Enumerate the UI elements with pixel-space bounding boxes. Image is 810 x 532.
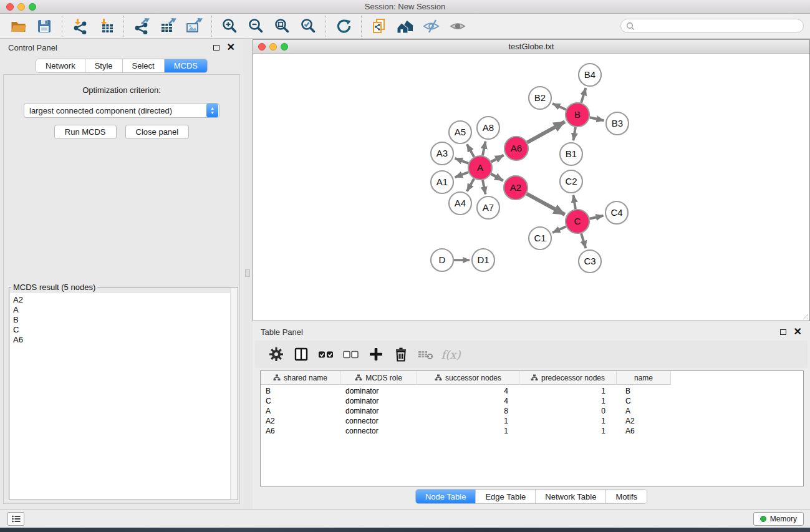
tab-select[interactable]: Select	[122, 59, 164, 72]
import-network-button[interactable]	[67, 16, 93, 37]
graph-edge-B-B4[interactable]	[581, 88, 586, 103]
memory-button[interactable]: Memory	[753, 512, 804, 526]
graph-node-D[interactable]: D	[431, 249, 453, 271]
tab-network-table[interactable]: Network Table	[535, 490, 605, 503]
graph-edge-A-A2[interactable]	[491, 174, 503, 181]
search-field[interactable]	[620, 19, 804, 33]
close-panel-icon[interactable]: ✕	[227, 44, 235, 51]
zoom-fit-button[interactable]	[269, 16, 295, 37]
minimize-window-icon[interactable]	[17, 3, 25, 11]
import-table-button[interactable]	[93, 16, 119, 37]
network-window-titlebar[interactable]: testGlobe.txt	[253, 40, 809, 54]
search-input[interactable]	[638, 20, 803, 32]
graph-node-A8[interactable]: A8	[477, 117, 499, 139]
graph-node-C4[interactable]: C4	[605, 201, 628, 224]
close-window-icon[interactable]	[6, 3, 14, 11]
graph-node-C3[interactable]: C3	[579, 250, 601, 273]
column-header-mcds-role[interactable]: MCDS role	[340, 371, 417, 385]
graph-edge-B-B1[interactable]	[573, 127, 576, 141]
graph-edge-A-A7[interactable]	[483, 180, 486, 195]
graph-node-A[interactable]: A	[468, 156, 492, 180]
run-mcds-button[interactable]: Run MCDS	[54, 125, 117, 139]
show-columns-button[interactable]	[314, 343, 339, 365]
graph-node-A4[interactable]: A4	[449, 192, 471, 215]
graph-edge-A-A5[interactable]	[467, 144, 474, 157]
table-row[interactable]: A6connector11A6	[261, 426, 803, 436]
zoom-in-button[interactable]	[216, 16, 243, 37]
table-row[interactable]: Cdominator41C	[261, 396, 803, 406]
split-divider[interactable]	[243, 39, 253, 510]
hide-selected-button[interactable]	[418, 16, 445, 37]
split-view-button[interactable]	[289, 343, 314, 365]
graph-node-B[interactable]: B	[566, 103, 589, 127]
zoom-selected-button[interactable]	[295, 16, 321, 37]
export-table-button[interactable]	[155, 16, 181, 37]
graph-edge-B-B2[interactable]	[552, 104, 566, 110]
save-session-button[interactable]	[31, 16, 57, 37]
delete-column-button[interactable]	[388, 343, 413, 365]
table-settings-button[interactable]	[264, 343, 289, 365]
tab-mcds[interactable]: MCDS	[164, 59, 207, 72]
mcds-result-item[interactable]: C	[10, 325, 237, 335]
mcds-result-item[interactable]: A2	[10, 295, 237, 305]
tab-network[interactable]: Network	[36, 59, 85, 72]
graph-node-A1[interactable]: A1	[431, 171, 453, 193]
duplicate-network-button[interactable]	[366, 16, 392, 37]
graph-edge-A-A6[interactable]	[491, 155, 504, 162]
mcds-result-item[interactable]: B	[10, 315, 237, 325]
graph-node-B2[interactable]: B2	[529, 87, 551, 109]
zoom-network-icon[interactable]	[281, 43, 288, 51]
mcds-result-item[interactable]: A	[10, 305, 237, 315]
column-header-shared-name[interactable]: shared name	[261, 371, 340, 385]
network-canvas[interactable]: AA1A2A3A4A5A6A7A8BB1B2B3B4CC1C2C3C4DD1	[253, 54, 809, 321]
graph-edge-A2-C[interactable]	[527, 194, 565, 215]
hide-columns-button[interactable]	[339, 343, 364, 365]
divider-grip-icon[interactable]	[245, 269, 250, 277]
refresh-button[interactable]	[330, 16, 357, 37]
network-svg[interactable]: AA1A2A3A4A5A6A7A8BB1B2B3B4CC1C2C3C4DD1	[253, 54, 809, 321]
tab-motifs[interactable]: Motifs	[605, 490, 647, 503]
graph-node-B3[interactable]: B3	[606, 112, 629, 135]
mcds-result-item[interactable]: A6	[10, 335, 237, 345]
graph-node-A5[interactable]: A5	[449, 121, 471, 143]
float-table-panel-icon[interactable]	[780, 329, 786, 335]
open-file-button[interactable]	[5, 16, 31, 37]
mcds-result-list[interactable]: A2ABCA6	[10, 293, 237, 499]
column-header-successor-nodes[interactable]: successor nodes	[417, 371, 519, 385]
graph-edge-A6-B[interactable]	[528, 122, 565, 142]
show-panels-button[interactable]	[7, 512, 24, 526]
add-column-button[interactable]	[364, 343, 388, 365]
mcds-scrollbar[interactable]	[230, 288, 238, 500]
graph-edge-A-A3[interactable]	[455, 158, 469, 163]
graph-node-A6[interactable]: A6	[504, 137, 528, 160]
tab-node-table[interactable]: Node Table	[416, 490, 476, 503]
graph-edge-C-C2[interactable]	[573, 195, 576, 210]
graph-node-A7[interactable]: A7	[477, 196, 499, 219]
zoom-out-button[interactable]	[243, 16, 269, 37]
graph-edge-C-C3[interactable]	[581, 233, 586, 248]
export-network-button[interactable]	[128, 16, 155, 37]
graph-edge-A-A1[interactable]	[455, 172, 469, 177]
table-row[interactable]: A2connector11A2	[261, 416, 803, 426]
graph-edge-C-C1[interactable]	[552, 226, 566, 233]
graph-edge-A-A4[interactable]	[467, 178, 474, 191]
float-panel-icon[interactable]	[213, 45, 219, 51]
function-builder-button[interactable]: f(x)	[438, 343, 463, 365]
close-network-icon[interactable]	[258, 43, 266, 51]
table-row[interactable]: Bdominator41B	[261, 386, 803, 396]
graph-edge-A-A8[interactable]	[483, 142, 486, 156]
graph-edge-B-B3[interactable]	[590, 117, 604, 120]
graph-node-B4[interactable]: B4	[579, 64, 601, 86]
close-table-panel-icon[interactable]: ✕	[794, 328, 802, 336]
tab-edge-table[interactable]: Edge Table	[475, 490, 535, 503]
table-row[interactable]: Adominator80A	[261, 406, 803, 416]
column-header-name[interactable]: name	[617, 371, 671, 385]
graph-edge-C-C4[interactable]	[590, 216, 604, 219]
window-resize-grip[interactable]	[800, 311, 809, 320]
graph-node-C2[interactable]: C2	[560, 170, 582, 193]
graph-node-A2[interactable]: A2	[504, 176, 528, 200]
minimize-network-icon[interactable]	[269, 43, 277, 51]
graph-node-B1[interactable]: B1	[560, 143, 582, 165]
graph-node-D1[interactable]: D1	[472, 249, 494, 271]
home-button[interactable]	[392, 16, 418, 37]
